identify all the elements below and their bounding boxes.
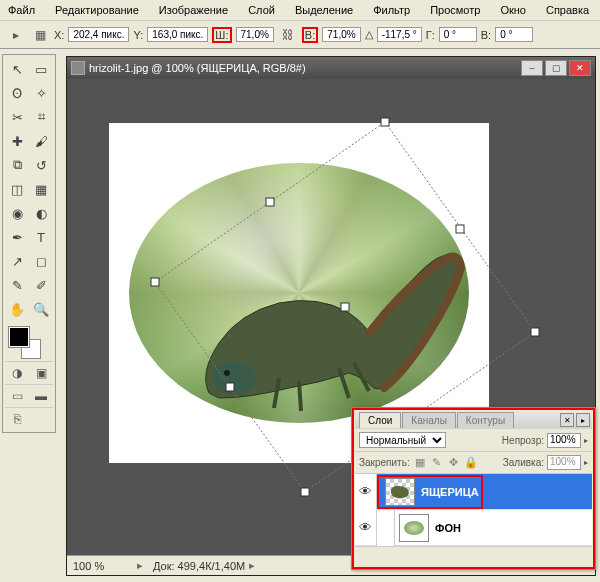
doc-menu-icon[interactable]: ▸ [249, 559, 255, 572]
menu-edit[interactable]: Редактирование [51, 2, 143, 18]
mode-std-icon[interactable]: ▭ [5, 387, 29, 405]
tab-paths[interactable]: Контуры [457, 412, 514, 428]
layer-list: 👁 ЯЩЕРИЦА 👁 ФОН [355, 474, 592, 546]
menu-select[interactable]: Выделение [291, 2, 357, 18]
fill-menu-icon[interactable]: ▸ [584, 458, 588, 467]
tool-wand[interactable]: ✧ [29, 81, 53, 105]
angle-field[interactable]: -117,5 ° [377, 27, 422, 42]
fill-label: Заливка: [503, 457, 544, 468]
skew-h-field[interactable]: 0 ° [439, 27, 477, 42]
visibility-icon[interactable]: 👁 [355, 474, 377, 510]
layer-thumb[interactable] [399, 514, 429, 542]
tool-pen[interactable]: ✒ [5, 225, 29, 249]
tool-history[interactable]: ↺ [29, 153, 53, 177]
tool-eyedrop[interactable]: ✐ [29, 273, 53, 297]
layer-thumb[interactable] [385, 478, 415, 506]
blend-row: Нормальный Непрозр: 100% ▸ [355, 429, 592, 452]
tab-channels[interactable]: Каналы [402, 412, 456, 428]
tool-eraser[interactable]: ◫ [5, 177, 29, 201]
menu-window[interactable]: Окно [496, 2, 530, 18]
tool-path[interactable]: ↗ [5, 249, 29, 273]
tool-zoom[interactable]: 🔍 [29, 297, 53, 321]
quickmask-icon[interactable]: ◑ [5, 364, 29, 382]
color-swatch[interactable] [7, 325, 51, 357]
tool-preset-icon[interactable]: ▸ [6, 26, 26, 44]
opacity-menu-icon[interactable]: ▸ [584, 436, 588, 445]
tool-heal[interactable]: ✚ [5, 129, 29, 153]
tool-gradient[interactable]: ▦ [29, 177, 53, 201]
minimize-button[interactable]: – [521, 60, 543, 76]
y-field[interactable]: 163,0 пикс. [147, 27, 208, 42]
tab-layers[interactable]: Слои [359, 412, 401, 428]
jump-icon[interactable]: ⎘ [5, 410, 29, 428]
x-label: X: [54, 29, 64, 41]
lock-move-icon[interactable]: ✥ [447, 456, 461, 470]
panel-menu-icon[interactable]: ▸ [576, 413, 590, 427]
link-cell[interactable] [377, 510, 395, 546]
menu-view[interactable]: Просмотр [426, 2, 484, 18]
tool-dodge[interactable]: ◐ [29, 201, 53, 225]
maximize-button[interactable]: ▢ [545, 60, 567, 76]
lock-pixels-icon[interactable]: ▦ [413, 456, 427, 470]
document-titlebar: hrizolit-1.jpg @ 100% (ЯЩЕРИЦА, RGB/8#) … [67, 57, 595, 79]
w-label: Ш: [215, 29, 228, 41]
menu-filter[interactable]: Фильтр [369, 2, 414, 18]
tool-slice[interactable]: ⌗ [29, 105, 53, 129]
layer-row-lizard[interactable]: 👁 ЯЩЕРИЦА [355, 474, 592, 510]
tool-notes[interactable]: ✎ [5, 273, 29, 297]
skew-v-field[interactable]: 0 ° [495, 27, 533, 42]
document-icon [71, 61, 85, 75]
x-field[interactable]: 202,4 пикс. [68, 27, 129, 42]
layer-row-background[interactable]: 👁 ФОН [355, 510, 592, 546]
lock-label: Закрепить: [359, 457, 410, 468]
screenmode-icon[interactable]: ▣ [29, 364, 53, 382]
zoom-menu-icon[interactable]: ▸ [137, 559, 143, 572]
tool-lasso[interactable]: ʘ [5, 81, 29, 105]
layer-name[interactable]: ФОН [433, 522, 461, 534]
tool-blur[interactable]: ◉ [5, 201, 29, 225]
mode-full-icon[interactable]: ▬ [29, 387, 53, 405]
fill-field[interactable]: 100% [547, 455, 581, 470]
reference-point-icon[interactable]: ▦ [30, 26, 50, 44]
layer-name[interactable]: ЯЩЕРИЦА [419, 486, 479, 498]
svg-point-1 [224, 370, 230, 376]
svg-point-0 [212, 362, 256, 394]
lock-brush-icon[interactable]: ✎ [430, 456, 444, 470]
blend-mode-select[interactable]: Нормальный [359, 432, 446, 448]
options-bar: ▸ ▦ X: 202,4 пикс. Y: 163,0 пикс. Ш: 71,… [0, 21, 600, 49]
opacity-field[interactable]: 100% [547, 433, 581, 448]
opacity-label: Непрозр: [502, 435, 544, 446]
document-title: hrizolit-1.jpg @ 100% (ЯЩЕРИЦА, RGB/8#) [89, 62, 306, 74]
tool-crop[interactable]: ✂ [5, 105, 29, 129]
angle-label: △ [365, 28, 373, 41]
menu-image[interactable]: Изображение [155, 2, 232, 18]
zoom-level[interactable]: 100 % [73, 560, 133, 572]
tool-stamp[interactable]: ⧉ [5, 153, 29, 177]
tool-marquee[interactable]: ▭ [29, 57, 53, 81]
foreground-color[interactable] [9, 327, 29, 347]
toolbox: ↖▭ʘ✧✂⌗✚🖌⧉↺◫▦◉◐✒T↗◻✎✐✋🔍 ◑▣ ▭▬ ⎘ [2, 54, 56, 433]
y-label: Y: [133, 29, 143, 41]
h-label: В: [305, 29, 315, 41]
tool-move[interactable]: ↖ [5, 57, 29, 81]
tool-hand[interactable]: ✋ [5, 297, 29, 321]
link-wh-icon[interactable]: ⛓ [278, 26, 298, 44]
menu-bar: Файл Редактирование Изображение Слой Выд… [0, 0, 600, 21]
menu-file[interactable]: Файл [4, 2, 39, 18]
visibility-icon[interactable]: 👁 [355, 510, 377, 546]
tool-brush[interactable]: 🖌 [29, 129, 53, 153]
layers-tabs: Слои Каналы Контуры ▸ ✕ [355, 411, 592, 429]
layers-panel: Слои Каналы Контуры ▸ ✕ Нормальный Непро… [351, 407, 596, 570]
panel-close-icon[interactable]: ✕ [560, 413, 574, 427]
lock-all-icon[interactable]: 🔒 [464, 456, 478, 470]
tool-type[interactable]: T [29, 225, 53, 249]
svg-rect-4 [531, 328, 539, 336]
w-field[interactable]: 71,0% [236, 27, 274, 42]
lock-row: Закрепить: ▦ ✎ ✥ 🔒 Заливка: 100% ▸ [355, 452, 592, 474]
svg-rect-5 [301, 488, 309, 496]
h-field[interactable]: 71,0% [322, 27, 360, 42]
close-button[interactable]: ✕ [569, 60, 591, 76]
menu-layer[interactable]: Слой [244, 2, 279, 18]
menu-help[interactable]: Справка [542, 2, 593, 18]
tool-shape[interactable]: ◻ [29, 249, 53, 273]
